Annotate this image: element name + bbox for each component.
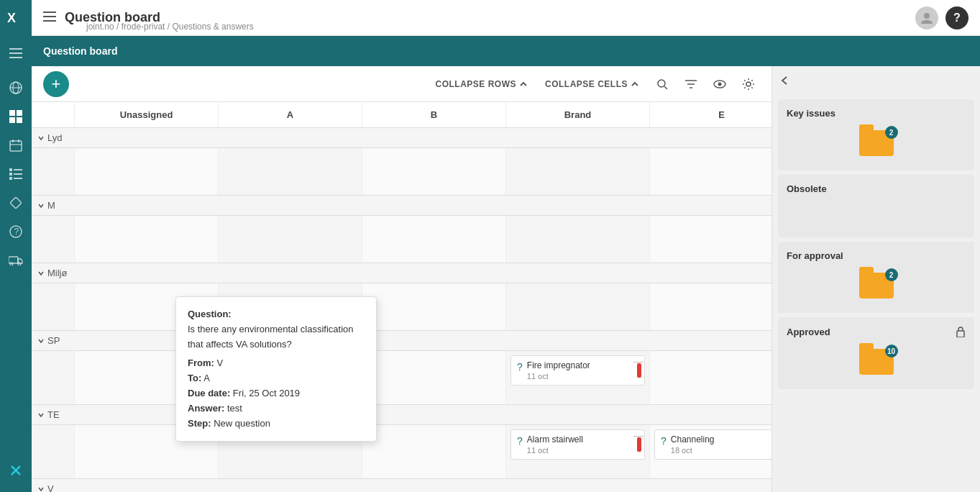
sidebar-globe-icon[interactable] (0, 73, 32, 102)
popup-answer-value: test (227, 403, 242, 414)
card-channeling[interactable]: ? Channeling 18 oct (654, 429, 771, 460)
card-fire-impregnator-date: 11 oct (527, 372, 638, 381)
popup-due-value: Fri, 25 Oct 2019 (233, 388, 300, 398)
question-circle-icon-2: ? (517, 435, 523, 447)
card-channeling-title: Channeling (671, 434, 771, 445)
cell-m-a[interactable] (219, 216, 362, 263)
cell-m-b[interactable] (362, 216, 506, 263)
add-button[interactable]: + (43, 71, 69, 97)
row-toggle-te[interactable]: TE (32, 405, 75, 424)
main-area: Question board joint.no / frode-privat /… (32, 0, 980, 492)
svg-rect-18 (14, 173, 22, 175)
row-group-miljo: Miljø (32, 263, 771, 331)
panel-approved-folder[interactable]: 10 (787, 343, 966, 381)
svg-text:?: ? (14, 227, 19, 237)
popup-due-row: Due date: Fri, 25 Oct 2019 (188, 386, 365, 401)
question-circle-icon: ? (517, 361, 523, 373)
row-content-te: ? Alarm stairwell 11 oct — (32, 425, 771, 479)
svg-rect-10 (17, 117, 22, 123)
cell-m-unassigned[interactable] (75, 216, 219, 263)
popup-due-label: Due date: (188, 388, 230, 398)
zoom-icon[interactable] (651, 73, 674, 96)
popup-step-label: Step: (188, 418, 211, 429)
sidebar-grid-icon[interactable] (0, 102, 32, 131)
row-toggle-v[interactable]: V (32, 479, 75, 492)
row-label-miljo: Miljø (32, 263, 771, 283)
cell-sp-b[interactable] (362, 351, 506, 404)
cell-m-e[interactable] (650, 216, 771, 263)
cell-lyd-e[interactable] (650, 148, 771, 195)
card-alarm-stairwell[interactable]: ? Alarm stairwell 11 oct (510, 429, 645, 460)
row-label-sp: SP (32, 331, 771, 351)
panel-obsolete-folder[interactable] (787, 200, 966, 229)
card-alarm-body: Alarm stairwell 11 oct (527, 434, 638, 455)
panel-for-approval-folder[interactable]: 2 (787, 267, 966, 304)
card-channeling-date: 18 oct (671, 446, 771, 455)
sidebar-menu-icon[interactable] (0, 39, 32, 68)
collapse-rows-button[interactable]: COLLAPSE ROWS (429, 76, 533, 92)
popup-from-value: V (216, 357, 223, 368)
svg-rect-7 (9, 110, 15, 116)
lock-icon (956, 326, 966, 337)
sidebar-truck-icon[interactable] (0, 246, 32, 275)
svg-text:X: X (7, 11, 16, 25)
cell-sp-brand[interactable]: ? Fire impregnator 11 oct — (506, 351, 650, 404)
folder-key-issues-icon: 2 (859, 130, 894, 156)
cell-miljo-e[interactable] (650, 283, 771, 330)
cell-lyd-b[interactable] (362, 148, 506, 195)
popup-answer-label: Answer: (188, 403, 224, 414)
help-button[interactable]: ? (945, 6, 968, 29)
folder-approved-icon: 10 (859, 349, 894, 375)
key-issues-badge: 2 (885, 126, 898, 139)
sidebar-list-icon[interactable] (0, 160, 32, 188)
for-approval-badge: 2 (885, 268, 898, 281)
collapse-cells-button[interactable]: COLLAPSE CELLS (539, 76, 645, 92)
filter-icon[interactable] (679, 73, 702, 96)
cell-lyd-brand[interactable] (506, 148, 650, 195)
cell-lyd-a[interactable] (219, 148, 362, 195)
settings-icon[interactable] (737, 73, 760, 96)
panel-key-issues-folder[interactable]: 2 (787, 124, 966, 162)
sidebar-question-icon[interactable]: ? (0, 217, 32, 246)
cell-te-e[interactable]: ? Channeling 18 oct — (650, 425, 771, 478)
question-circle-icon-3: ? (661, 435, 667, 447)
sidebar-x-icon[interactable] (0, 456, 32, 485)
popup-to-row: To: A (188, 371, 365, 386)
eye-icon[interactable] (708, 73, 731, 96)
row-label-v-text: V (47, 483, 54, 492)
cell-m-brand[interactable] (506, 216, 650, 263)
col-header-e: E (650, 102, 771, 127)
cell-te-b[interactable] (362, 425, 506, 478)
row-toggle-miljo[interactable]: Miljø (32, 263, 75, 283)
avatar[interactable] (915, 6, 938, 29)
row-label-te-text: TE (47, 409, 60, 420)
row-group-v: V ? Environment classifications 25 oct (32, 479, 771, 492)
cell-miljo-b[interactable] (362, 283, 506, 330)
right-panel: Key issues 2 Obsolete For approval (771, 66, 980, 492)
panel-collapse-button[interactable] (772, 66, 980, 95)
cell-m-toggle (32, 216, 75, 263)
row-toggle-sp[interactable]: SP (32, 331, 75, 350)
sidebar-diamond-icon[interactable] (0, 188, 32, 217)
sidebar-calendar-icon[interactable] (0, 131, 32, 160)
row-label-m: M (32, 196, 771, 216)
cell-sp-e[interactable]: — (650, 351, 771, 404)
svg-point-32 (924, 13, 930, 19)
row-toggle-lyd[interactable]: Lyd (32, 128, 75, 147)
card-fire-impregnator-title: Fire impregnator (527, 360, 638, 370)
row-toggle-m[interactable]: M (32, 196, 75, 215)
board-toolbar: + COLLAPSE ROWS COLLAPSE CELLS (32, 66, 771, 102)
panel-approved-title: Approved (787, 326, 966, 337)
row-group-lyd: Lyd (32, 128, 771, 196)
cell-lyd-unassigned[interactable] (75, 148, 219, 195)
cell-miljo-brand[interactable] (506, 283, 650, 330)
menu-icon[interactable] (43, 10, 56, 25)
sub-header: Question board (32, 36, 980, 66)
app-logo[interactable]: X (0, 0, 32, 36)
cell-te-brand[interactable]: ? Alarm stairwell 11 oct — (506, 425, 650, 478)
card-fire-impregnator[interactable]: ? Fire impregnator 11 oct (510, 355, 645, 386)
svg-rect-15 (9, 168, 12, 171)
svg-rect-30 (43, 16, 56, 17)
row-content-miljo (32, 283, 771, 331)
row-label-m-text: M (47, 200, 55, 211)
